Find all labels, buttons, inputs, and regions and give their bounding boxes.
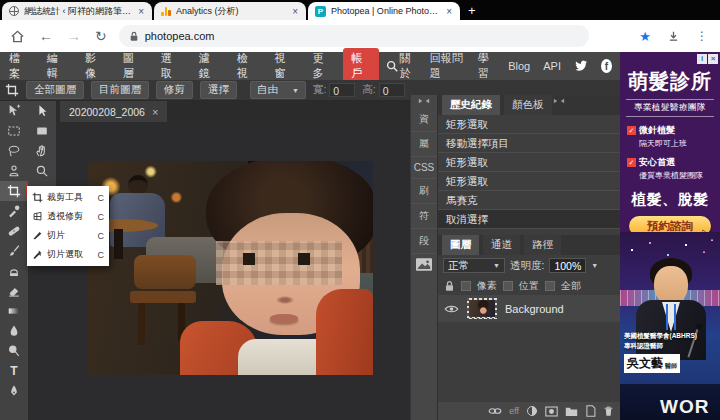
menu-item-slice[interactable]: 切片 C [27, 226, 109, 245]
menu-select[interactable]: 選取 [152, 51, 190, 81]
link-report[interactable]: 回報問題 [430, 51, 465, 81]
facebook-icon[interactable]: f [601, 59, 612, 73]
strip-tab-paragraph[interactable]: 段 [411, 229, 437, 254]
menu-item-perspective-crop[interactable]: 透視修剪 C [27, 207, 109, 226]
browser-tab-2[interactable]: Analytics (分析) × [154, 2, 306, 20]
width-field[interactable]: 寬: 0 [313, 83, 355, 97]
lock-all-checkbox[interactable] [545, 281, 555, 291]
tab-history[interactable]: 歷史紀錄 [442, 95, 500, 115]
height-field[interactable]: 高: 0 [362, 83, 404, 97]
menu-window[interactable]: 視窗 [266, 51, 304, 81]
layer-row-background[interactable]: Background [438, 295, 620, 322]
eyedropper-tool[interactable] [0, 201, 28, 221]
strip-tab-css[interactable]: CSS [411, 157, 437, 179]
collapse-panels-icon[interactable] [418, 98, 430, 104]
new-group-folder-icon[interactable] [565, 406, 578, 417]
strip-tab-properties[interactable]: 屬 [411, 132, 437, 157]
link-api[interactable]: API [543, 60, 561, 72]
menu-layer[interactable]: 圖層 [114, 51, 152, 81]
ad-banner[interactable]: i × 萌髮診所 專業植髮醫療團隊 ✓ 微針植髮 隔天即可上班 ✓ 安心首選 優… [620, 52, 720, 420]
new-tab-button[interactable]: + [468, 2, 476, 20]
dodge-tool[interactable] [0, 341, 28, 361]
strip-tab-character[interactable]: 符 [411, 204, 437, 229]
lasso-tool[interactable] [0, 141, 28, 161]
home-icon[interactable] [10, 29, 25, 44]
visibility-eye-icon[interactable] [444, 304, 459, 314]
layer-thumbnail[interactable] [467, 298, 497, 319]
tab-channels[interactable]: 通道 [483, 235, 520, 255]
clone-stamp-tool[interactable] [0, 261, 28, 281]
delete-trash-icon[interactable] [603, 405, 614, 417]
tab-layers[interactable]: 圖層 [442, 235, 479, 255]
menu-item-crop-tool[interactable]: 裁剪工具 C [27, 188, 109, 207]
tab-close-icon[interactable]: × [137, 6, 145, 17]
link-learn[interactable]: 學習 [478, 51, 495, 81]
close-document-icon[interactable]: × [152, 106, 158, 118]
link-about[interactable]: 關於 [399, 51, 416, 81]
tab-close-icon[interactable]: × [291, 6, 299, 17]
layer-mask-icon[interactable] [545, 406, 558, 417]
gradient-tool[interactable] [0, 301, 28, 321]
crop-tool-selected[interactable] [0, 181, 28, 201]
history-step-current[interactable]: 取消選擇 [438, 210, 620, 229]
current-layer-button[interactable]: 目前圖層 [91, 81, 149, 99]
history-step[interactable]: 矩形選取 [438, 115, 620, 134]
menu-view[interactable]: 檢視 [228, 51, 266, 81]
lock-pixels-checkbox[interactable] [461, 281, 471, 291]
tab-paths[interactable]: 路徑 [524, 235, 561, 255]
layer-effects-button[interactable]: eff [509, 406, 519, 416]
browser-tab-3-active[interactable]: P Photopea | Online Photo Edi × [308, 2, 460, 20]
history-step[interactable]: 矩形選取 [438, 172, 620, 191]
bookmark-star-icon[interactable]: ★ [639, 29, 651, 44]
history-step[interactable]: 馬賽克 [438, 191, 620, 210]
menu-image[interactable]: 影像 [76, 51, 114, 81]
zoom-tool[interactable] [28, 161, 56, 181]
new-layer-icon[interactable] [585, 405, 596, 417]
history-step[interactable]: 矩形選取 [438, 153, 620, 172]
quick-select-tool[interactable] [0, 161, 28, 181]
brush-tool[interactable] [0, 241, 28, 261]
browser-tab-1[interactable]: 網誌統計 ‹ 阿祥的網路筆記本 × [2, 2, 152, 20]
blend-mode-dropdown[interactable]: 正常 ▼ [443, 258, 505, 273]
reload-icon[interactable]: ↻ [95, 28, 107, 44]
account-button[interactable]: 帳戶 [343, 48, 379, 84]
strip-tab-info[interactable]: 資 [411, 107, 437, 132]
opacity-value[interactable]: 100% [549, 258, 586, 273]
path-select-tool[interactable] [28, 101, 56, 121]
rect-shape-tool[interactable] [28, 121, 56, 141]
type-tool[interactable]: T [0, 361, 28, 381]
browser-menu-icon[interactable]: ⋮ [696, 29, 708, 43]
lock-icon[interactable] [444, 280, 455, 292]
tab-swatches[interactable]: 顏色板 [504, 95, 552, 115]
menu-file[interactable]: 檔案 [0, 51, 38, 81]
eraser-tool[interactable] [0, 281, 28, 301]
collapse-history-icon[interactable] [553, 98, 565, 104]
menu-more[interactable]: 更多 [304, 51, 342, 81]
download-icon[interactable] [667, 30, 680, 43]
choose-button[interactable]: 選擇 [200, 81, 237, 99]
hand-tool[interactable] [28, 141, 56, 161]
twitter-icon[interactable] [574, 59, 588, 74]
link-layers-icon[interactable] [488, 407, 502, 415]
ad-close-icon[interactable]: × [708, 54, 718, 64]
opacity-chevron-icon[interactable]: ▼ [591, 262, 598, 269]
rect-select-tool[interactable] [0, 121, 28, 141]
pen-tool[interactable] [0, 381, 28, 401]
search-icon[interactable] [385, 59, 399, 73]
back-icon[interactable]: ← [39, 28, 53, 44]
photo-document[interactable] [88, 161, 373, 375]
document-tab[interactable]: 20200208_2006 × [60, 101, 167, 122]
link-blog[interactable]: Blog [508, 60, 530, 72]
blur-tool[interactable] [0, 321, 28, 341]
address-bar[interactable]: photopea.com [119, 25, 589, 47]
adjustment-icon[interactable] [526, 405, 538, 417]
aspect-preset-dropdown[interactable]: 自由 ▼ [250, 81, 306, 99]
menu-filter[interactable]: 濾鏡 [190, 51, 228, 81]
menu-item-slice-select[interactable]: 切片選取 C [27, 245, 109, 264]
all-layers-button[interactable]: 全部圖層 [26, 81, 84, 99]
menu-edit[interactable]: 編輯 [38, 51, 76, 81]
trim-button[interactable]: 修剪 [156, 81, 193, 99]
lock-position-checkbox[interactable] [503, 281, 513, 291]
strip-tab-image-icon[interactable] [416, 258, 432, 271]
move-tool[interactable] [0, 101, 28, 121]
